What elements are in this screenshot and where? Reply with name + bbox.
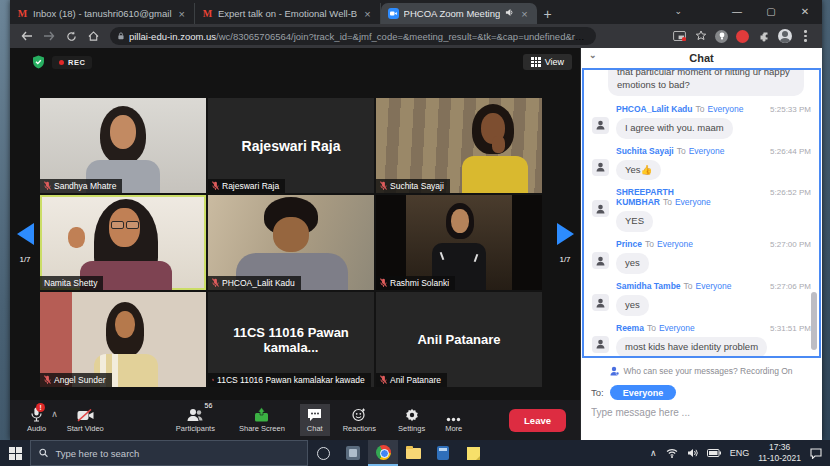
mic-muted-icon <box>380 375 387 385</box>
avatar <box>592 200 609 217</box>
extension-red-icon[interactable] <box>734 28 751 45</box>
tab-search-chevron-icon[interactable]: ⌄ <box>674 0 682 22</box>
action-center-icon[interactable] <box>810 448 822 459</box>
chat-footer: Who can see your messages? Recording On … <box>581 360 822 440</box>
tab-title: PHCOA Zoom Meeting <box>404 8 501 19</box>
tab-gmail-inbox[interactable]: M Inbox (18) - tanushri0610@gmail × <box>10 3 195 24</box>
video-tile-phcoa-lalit-kadu[interactable]: PHCOA_Lalit Kadu <box>208 195 374 290</box>
extensions-puzzle-icon[interactable] <box>755 28 772 45</box>
date: 11-10-2021 <box>758 453 801 464</box>
camera-off-icon <box>77 407 94 422</box>
to-label: To: <box>591 387 604 398</box>
video-tile-pawan-kawade[interactable]: 11CS 11016 Pawan kamala... 11CS 11016 Pa… <box>208 292 374 387</box>
video-tile-anil-patanare[interactable]: Anil Patanare Anil Patanare <box>376 292 542 387</box>
back-icon[interactable] <box>18 27 36 45</box>
gallery-prev-button[interactable]: 1/7 <box>10 223 40 264</box>
bookmark-star-icon[interactable] <box>692 28 709 45</box>
video-tile-rajeswari-raja[interactable]: Rajeswari Raja Rajeswari Raja <box>208 98 374 193</box>
reactions-button[interactable]: Reactions <box>336 404 383 436</box>
zoom-control-toolbar: ! Audio ∧ Start Video 56 Particip <box>10 400 580 440</box>
browser-menu-icon[interactable] <box>797 28 814 45</box>
chat-message-list[interactable]: that particular moment of hitting ur hap… <box>582 68 821 358</box>
taskbar-clock[interactable]: 17:36 11-10-2021 <box>758 442 801 463</box>
start-button[interactable] <box>0 440 30 466</box>
taskbar-sticky-notes-button[interactable] <box>458 440 488 466</box>
audio-button[interactable]: ! Audio <box>20 404 53 436</box>
tab-expert-talk[interactable]: M Expert talk on - Emotional Well-B × <box>195 3 381 24</box>
tab-share-icon[interactable] <box>671 28 688 45</box>
share-screen-button[interactable]: Share Screen <box>232 404 292 436</box>
video-tile-sandhya-mhatre[interactable]: Sandhya Mhatre <box>40 98 206 193</box>
arrow-right-icon <box>557 223 574 245</box>
battery-icon[interactable] <box>707 449 721 457</box>
window-maximize-button[interactable]: ▢ <box>754 6 788 17</box>
chat-collapse-chevron-icon[interactable]: ⌄ <box>589 50 597 60</box>
settings-button[interactable]: Settings <box>391 404 432 436</box>
glasses <box>111 221 124 229</box>
video-tile-namita-shetty-active-speaker[interactable]: Namita Shetty <box>40 195 206 290</box>
chat-title: Chat <box>689 52 713 64</box>
audio-warning-badge: ! <box>36 403 45 412</box>
chat-message-input[interactable] <box>591 407 812 418</box>
forward-icon[interactable] <box>40 27 58 45</box>
gallery-next-button[interactable]: 1/7 <box>550 223 580 264</box>
mic-muted-icon <box>212 375 214 385</box>
tab-audio-icon[interactable] <box>505 8 514 19</box>
home-icon[interactable] <box>84 27 102 45</box>
video-tile-angel-sunder[interactable]: Angel Sunder <box>40 292 206 387</box>
search-input[interactable] <box>55 448 299 459</box>
recording-indicator: REC <box>52 56 92 69</box>
address-bar[interactable]: pillai-edu-in.zoom.us/wc/83065706564/joi… <box>110 27 596 45</box>
privacy-person-icon <box>610 366 619 376</box>
tab-zoom-meeting[interactable]: PHCOA Zoom Meeting × <box>381 3 537 24</box>
microphone-icon: ! <box>31 407 42 422</box>
participant-name-label: Anil Patanare <box>376 373 447 387</box>
video-tile-rashmi-solanki[interactable]: Rashmi Solanki <box>376 195 542 290</box>
window-close-button[interactable]: ✕ <box>788 6 822 17</box>
gmail-icon: M <box>17 8 28 19</box>
chat-message-text: yes <box>616 295 649 316</box>
chat-message: Samidha TambeToEveryone5:27:06 PM yes <box>616 281 811 316</box>
close-tab-icon[interactable]: × <box>519 9 529 19</box>
chat-panel: ⌄ Chat that particular moment of hitting… <box>580 48 822 440</box>
page-indicator: 1/7 <box>559 255 570 264</box>
participants-button[interactable]: 56 Participants <box>169 404 222 436</box>
chat-button[interactable]: Chat <box>300 404 330 436</box>
taskbar-calculator-button[interactable] <box>428 440 458 466</box>
zoom-icon <box>388 8 399 19</box>
taskbar-chrome-button[interactable] <box>368 440 398 466</box>
chat-message-text: YES <box>616 211 653 232</box>
encryption-shield-icon[interactable] <box>32 55 45 73</box>
extension-lightbulb-icon[interactable] <box>713 28 730 45</box>
recipient-selector[interactable]: Everyone <box>610 385 677 400</box>
chat-message-text: I agree with you. maam <box>616 118 733 139</box>
speaker-icon[interactable] <box>687 448 698 458</box>
file-explorer-icon <box>406 448 421 459</box>
browser-tab-strip: M Inbox (18) - tanushri0610@gmail × M Ex… <box>10 0 822 24</box>
chat-header: ⌄ Chat <box>581 48 822 68</box>
window-minimize-button[interactable]: — <box>720 6 754 17</box>
view-button[interactable]: View <box>523 54 572 70</box>
close-tab-icon[interactable]: × <box>177 9 187 19</box>
chat-message: SHREEPARTH KUMBHARToEveryone5:26:52 PM Y… <box>616 187 811 232</box>
taskbar-search-box[interactable] <box>30 440 308 466</box>
close-tab-icon[interactable]: × <box>362 9 372 19</box>
wifi-icon[interactable] <box>666 448 678 458</box>
more-button[interactable]: More <box>438 404 469 436</box>
taskbar-explorer-button[interactable] <box>398 440 428 466</box>
mic-muted-icon <box>212 181 219 191</box>
new-tab-button[interactable]: + <box>537 3 559 24</box>
taskbar-app-button[interactable] <box>338 440 368 466</box>
chat-scrollbar[interactable] <box>811 292 817 350</box>
chat-privacy-note[interactable]: Who can see your messages? Recording On <box>591 366 812 376</box>
windows-taskbar: ∧ ENG 17:36 11-10-2021 <box>0 440 830 466</box>
leave-button[interactable]: Leave <box>509 409 566 432</box>
start-video-button[interactable]: Start Video <box>60 404 111 436</box>
browser-profile-avatar[interactable] <box>776 28 793 45</box>
participant-name-label: Angel Sunder <box>40 373 112 387</box>
language-indicator[interactable]: ENG <box>730 448 750 458</box>
video-tile-suchita-sayaji[interactable]: Suchita Sayaji <box>376 98 542 193</box>
reload-icon[interactable] <box>62 27 80 45</box>
cortana-button[interactable] <box>308 440 338 466</box>
tray-show-hidden-icons[interactable]: ∧ <box>650 448 657 458</box>
